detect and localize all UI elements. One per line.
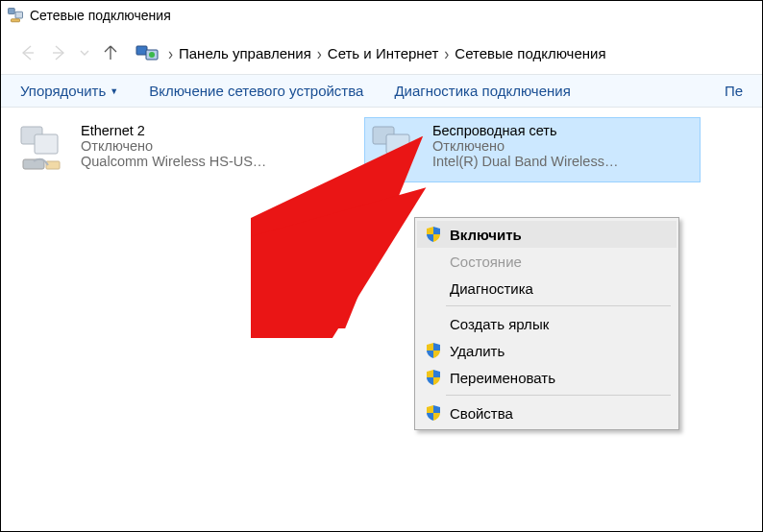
dropdown-icon: ▼ — [110, 86, 118, 96]
context-enable[interactable]: Включить — [417, 221, 677, 248]
svg-line-19 — [251, 204, 405, 319]
breadcrumb-item[interactable]: Панель управления — [179, 45, 311, 61]
shield-icon — [425, 342, 442, 359]
titlebar: Сетевые подключения — [1, 1, 762, 30]
svg-rect-1 — [15, 12, 23, 18]
adapter-status: Отключено — [432, 138, 618, 154]
toolbar: Упорядочить ▼ Включение сетевого устройс… — [1, 74, 762, 108]
context-properties-label: Свойства — [450, 405, 513, 422]
context-delete-label: Удалить — [450, 343, 505, 359]
menu-separator — [446, 395, 671, 396]
svg-rect-2 — [12, 19, 20, 22]
content-area: Ethernet 2 Отключено Qualcomm Wireless H… — [1, 108, 762, 192]
breadcrumb-separator: › — [317, 43, 322, 62]
context-properties[interactable]: Свойства — [417, 399, 677, 426]
enable-device-button[interactable]: Включение сетевого устройства — [149, 83, 363, 99]
svg-rect-13 — [386, 134, 409, 154]
svg-rect-16 — [390, 157, 394, 169]
shield-icon — [425, 404, 442, 422]
network-connections-icon — [7, 7, 24, 24]
adapter-icon — [19, 123, 73, 177]
svg-rect-15 — [384, 161, 388, 169]
svg-rect-5 — [136, 46, 147, 55]
adapter-status: Отключено — [81, 138, 266, 154]
nav-recent-dropdown[interactable] — [80, 43, 89, 62]
adapter-name: Беспроводная сеть — [432, 123, 618, 138]
context-diagnose-label: Диагностика — [450, 280, 533, 297]
adapter-item-ethernet[interactable]: Ethernet 2 Отключено Qualcomm Wireless H… — [12, 117, 349, 182]
context-rename[interactable]: Переименовать — [417, 364, 677, 391]
navbar: › Панель управления › Сеть и Интернет › … — [1, 30, 762, 74]
organize-button[interactable]: Упорядочить ▼ — [20, 83, 118, 99]
svg-rect-17 — [396, 154, 400, 169]
context-status-label: Состояние — [450, 254, 522, 270]
breadcrumb-separator: › — [168, 43, 173, 62]
svg-rect-0 — [9, 9, 15, 14]
context-delete[interactable]: Удалить — [417, 337, 677, 364]
organize-label: Упорядочить — [20, 83, 106, 99]
breadcrumb-item[interactable]: Сеть и Интернет — [328, 45, 439, 61]
adapter-item-wireless[interactable]: Беспроводная сеть Отключено Intel(R) Dua… — [364, 117, 701, 182]
svg-rect-9 — [35, 134, 58, 154]
context-enable-label: Включить — [450, 227, 522, 243]
svg-point-7 — [149, 52, 155, 58]
breadcrumb[interactable]: › Панель управления › Сеть и Интернет › … — [130, 41, 606, 64]
svg-rect-11 — [46, 161, 60, 169]
svg-rect-14 — [379, 165, 382, 169]
breadcrumb-separator: › — [444, 43, 449, 62]
context-menu: Включить Состояние Диагностика Создать я… — [414, 217, 679, 430]
context-status: Состояние — [417, 248, 677, 275]
window-title: Сетевые подключения — [30, 8, 171, 23]
adapter-device: Intel(R) Dual Band Wireless… — [432, 154, 618, 169]
context-create-shortcut[interactable]: Создать ярлык — [417, 310, 677, 337]
context-diagnose[interactable]: Диагностика — [417, 275, 677, 302]
adapter-name: Ethernet 2 — [81, 123, 266, 138]
nav-up-button[interactable] — [101, 43, 120, 62]
toolbar-more[interactable]: Пе — [725, 83, 743, 99]
nav-back-button[interactable] — [18, 43, 37, 62]
breadcrumb-item[interactable]: Сетевые подключения — [455, 45, 605, 61]
adapter-icon — [371, 123, 425, 177]
menu-separator — [446, 305, 671, 306]
context-rename-label: Переименовать — [450, 370, 555, 386]
shield-icon — [425, 226, 442, 243]
context-shortcut-label: Создать ярлык — [450, 316, 549, 332]
shield-icon — [425, 369, 442, 386]
control-panel-icon — [135, 41, 159, 64]
diagnose-connection-button[interactable]: Диагностика подключения — [394, 83, 570, 99]
adapter-device: Qualcomm Wireless HS-US… — [81, 154, 266, 169]
nav-forward-button[interactable] — [49, 43, 68, 62]
annotation-arrow — [251, 184, 433, 338]
